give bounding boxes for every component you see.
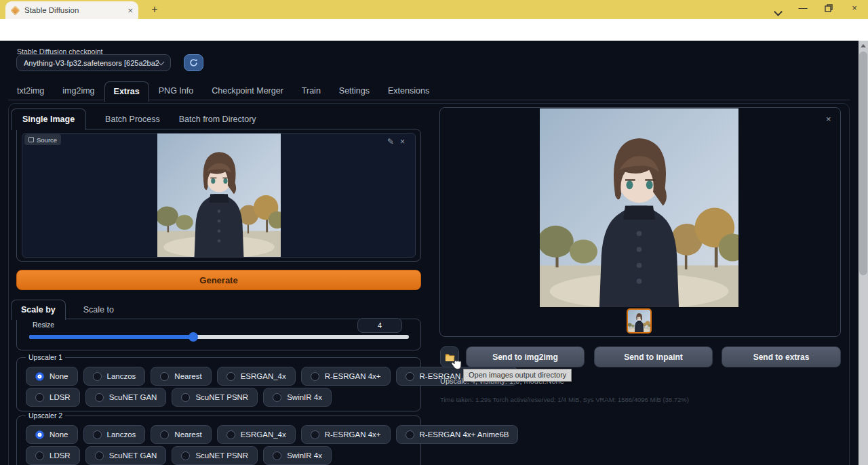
- generate-button[interactable]: Generate: [16, 270, 421, 290]
- checkpoint-dropdown[interactable]: Anything-V3-fp32.safetensors [625a2ba2]: [16, 54, 171, 71]
- upscaler2-option-scunet-gan[interactable]: ScuNET GAN: [85, 446, 167, 465]
- upscaler2-option-none[interactable]: None: [26, 425, 78, 444]
- tab-extensions[interactable]: Extensions: [388, 86, 429, 96]
- radio-icon: [160, 372, 169, 381]
- radio-icon: [181, 451, 190, 460]
- radio-icon: [160, 430, 169, 439]
- scrollbar-thumb[interactable]: [859, 52, 867, 275]
- tab-checkpoint-merger[interactable]: Checkpoint Merger: [212, 86, 283, 96]
- page-scrollbar[interactable]: [859, 41, 868, 465]
- performance-text: Time taken: 1.29s Torch active/reserved:…: [440, 396, 689, 403]
- checkpoint-value: Anything-V3-fp32.safetensors [625a2ba2]: [24, 59, 159, 67]
- source-image[interactable]: [157, 134, 281, 257]
- chevron-down-icon: [158, 58, 165, 65]
- upscaler2-row2: LDSR ScuNET GAN ScuNET PSNR SwinIR 4x: [26, 446, 332, 465]
- edit-pencil-icon[interactable]: ✎: [387, 137, 394, 146]
- radio-icon: [181, 393, 190, 402]
- radio-icon: [93, 372, 102, 381]
- radio-icon: [35, 451, 44, 460]
- resize-slider-handle[interactable]: [189, 332, 198, 342]
- resize-slider-fill: [29, 335, 193, 339]
- extras-subtab-bar: Single Image Batch Process Batch from Di…: [11, 109, 256, 129]
- tab-single-image[interactable]: Single Image: [11, 108, 86, 130]
- radio-icon: [406, 430, 414, 439]
- upscaler2-option-scunet-psnr[interactable]: ScuNET PSNR: [172, 446, 258, 465]
- scale-tab-bar: Scale by Scale to: [11, 300, 114, 319]
- upscaler1-option-none[interactable]: None: [26, 367, 78, 386]
- result-thumbnail[interactable]: [627, 308, 652, 333]
- tab-extras[interactable]: Extras: [104, 81, 149, 102]
- radio-icon: [273, 451, 281, 460]
- window-restore-icon[interactable]: [821, 4, 836, 14]
- radio-icon: [311, 372, 319, 381]
- window-chevron-icon[interactable]: [770, 7, 785, 17]
- tab-img2img[interactable]: img2img: [62, 86, 94, 96]
- browser-tab[interactable]: Stable Diffusion ×: [5, 1, 138, 19]
- upscaler1-option-swinir-4x[interactable]: SwinIR 4x: [263, 388, 332, 407]
- upscaler2-option-nearest[interactable]: Nearest: [151, 425, 211, 444]
- tab-title: Stable Diffusion: [24, 6, 123, 14]
- mouse-cursor: [452, 357, 462, 373]
- result-image[interactable]: [540, 108, 738, 307]
- resize-label: Resize: [33, 321, 54, 329]
- radio-selected-icon: [35, 372, 44, 381]
- send-to-img2img-button[interactable]: Send to img2img: [466, 346, 585, 367]
- radio-icon: [406, 372, 414, 381]
- upscaler1-option-lanczos[interactable]: Lanczos: [83, 367, 146, 386]
- upscaler2-option-r-esrgan-anime6b[interactable]: R-ESRGAN 4x+ Anime6B: [396, 425, 519, 444]
- upscaler1-option-r-esrgan-4x[interactable]: R-ESRGAN 4x+: [301, 367, 391, 386]
- tab-png-info[interactable]: PNG Info: [159, 86, 193, 96]
- radio-icon: [273, 393, 281, 402]
- upscaler2-group: Upscaler 2 None Lanczos Nearest ESRGAN_4…: [16, 416, 421, 465]
- upscaler2-option-lanczos[interactable]: Lanczos: [83, 425, 146, 444]
- tab-train[interactable]: Train: [302, 86, 321, 96]
- main-tab-bar: txt2img img2img Extras PNG Info Checkpoi…: [9, 81, 429, 100]
- send-to-inpaint-button[interactable]: Send to inpaint: [594, 346, 713, 367]
- resize-number-input[interactable]: 4: [357, 318, 402, 333]
- tab-txt2img[interactable]: txt2img: [17, 86, 44, 96]
- tab-scale-to[interactable]: Scale to: [83, 305, 114, 315]
- upscaler1-label: Upscaler 1: [26, 353, 65, 361]
- source-chip: Source: [24, 134, 61, 145]
- clear-image-icon[interactable]: ×: [400, 137, 405, 146]
- radio-icon: [311, 430, 319, 439]
- upscaler2-row1: None Lanczos Nearest ESRGAN_4x R-ESRGAN …: [26, 425, 518, 444]
- upscaler2-option-ldsr[interactable]: LDSR: [26, 446, 80, 465]
- upscaler1-option-nearest[interactable]: Nearest: [151, 367, 211, 386]
- tab-scale-by[interactable]: Scale by: [11, 300, 66, 320]
- folder-tooltip: Open images output directory: [463, 369, 572, 382]
- radio-icon: [226, 430, 235, 439]
- radio-icon: [226, 372, 235, 381]
- window-minimize-icon[interactable]: —: [795, 3, 810, 13]
- gallery-close-icon[interactable]: ×: [826, 114, 831, 124]
- radio-icon: [95, 393, 104, 402]
- thumbnail-image: [628, 310, 650, 332]
- window-close-icon[interactable]: ×: [847, 3, 862, 13]
- browser-navbar: ← → i 127.0.0.1:7860 ★ G ⋮: [0, 19, 868, 41]
- screen: Stable Diffusion × + — × ← → i 127.0.0.1…: [0, 0, 868, 465]
- refresh-checkpoints-button[interactable]: [184, 54, 203, 71]
- tab-close-icon[interactable]: ×: [127, 5, 133, 16]
- upscaler1-row2: LDSR ScuNET GAN ScuNET PSNR SwinIR 4x: [26, 388, 332, 407]
- upscaler2-option-r-esrgan-4x[interactable]: R-ESRGAN 4x+: [301, 425, 391, 444]
- browser-titlebar: Stable Diffusion × + — ×: [0, 0, 868, 19]
- radio-icon: [93, 430, 102, 439]
- new-tab-button[interactable]: +: [148, 3, 161, 16]
- upscaler1-group: Upscaler 1 None Lanczos Nearest ESRGAN_4…: [16, 357, 421, 411]
- tab-batch-from-directory[interactable]: Batch from Directory: [179, 115, 256, 124]
- radio-selected-icon: [35, 430, 44, 439]
- stable-diffusion-webui: Stable Diffusion checkpoint Anything-V3-…: [0, 41, 859, 465]
- upscaler1-option-esrgan-4x[interactable]: ESRGAN_4x: [217, 367, 296, 386]
- tab-batch-process[interactable]: Batch Process: [105, 115, 160, 124]
- upscaler1-option-scunet-gan[interactable]: ScuNET GAN: [85, 388, 167, 407]
- radio-icon: [35, 393, 44, 402]
- send-to-extras-button[interactable]: Send to extras: [722, 346, 841, 367]
- tab-settings[interactable]: Settings: [339, 86, 370, 96]
- upscaler1-option-ldsr[interactable]: LDSR: [26, 388, 80, 407]
- upscaler2-label: Upscaler 2: [26, 411, 65, 420]
- upscaler1-option-scunet-psnr[interactable]: ScuNET PSNR: [172, 388, 258, 407]
- upscaler2-option-swinir-4x[interactable]: SwinIR 4x: [263, 446, 332, 465]
- source-label: Source: [37, 136, 57, 144]
- upscaler2-option-esrgan-4x[interactable]: ESRGAN_4x: [217, 425, 296, 444]
- scrollbar-up-arrow-icon[interactable]: [859, 41, 868, 50]
